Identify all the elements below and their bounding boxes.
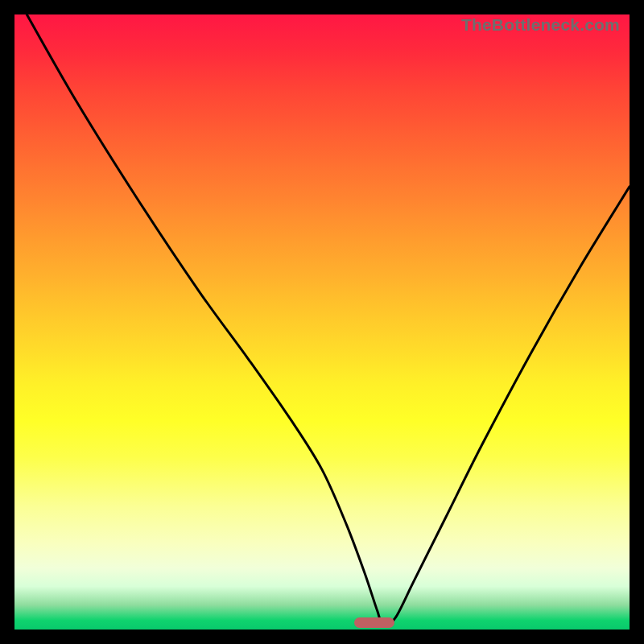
plot-area: TheBottleneck.com: [14, 14, 630, 630]
minimum-marker: [354, 617, 394, 629]
bottleneck-curve: [14, 14, 630, 630]
chart-container: TheBottleneck.com: [0, 0, 644, 644]
